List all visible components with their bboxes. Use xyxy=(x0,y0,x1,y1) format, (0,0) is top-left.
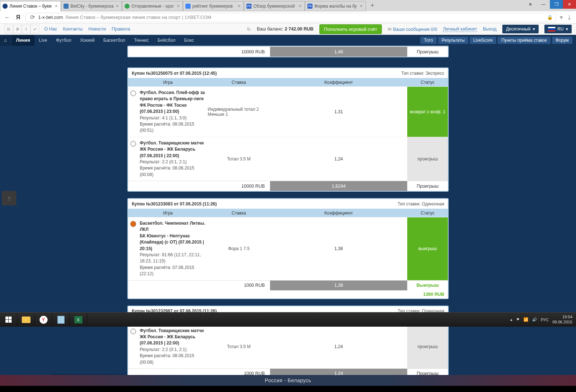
fb-icon[interactable]: f xyxy=(22,25,30,33)
taskbar-calc[interactable] xyxy=(52,313,70,327)
tab-3[interactable]: рейтинг букмекеров× xyxy=(183,1,244,11)
nav-hockey[interactable]: Хоккей xyxy=(76,35,99,46)
yandex-button[interactable]: Я xyxy=(15,14,22,21)
close-icon[interactable]: × xyxy=(54,4,58,8)
tab-1[interactable]: BetCity - букмекерска× xyxy=(61,1,122,11)
link-news[interactable]: Новости xyxy=(88,26,106,32)
taskbar-excel[interactable]: X xyxy=(70,313,87,327)
deposit-button[interactable]: Пополнить игровой счёт xyxy=(319,24,382,34)
tray-clock[interactable]: 19:5408.06.2015 xyxy=(552,315,572,324)
tray-sound-icon[interactable]: 🔊 xyxy=(532,317,537,322)
bet-coef: 1,24 xyxy=(270,325,408,368)
col-game: Игра xyxy=(128,209,208,217)
url-domain: 1-x-bet.com xyxy=(38,15,63,20)
bet-status: проигрыш xyxy=(407,325,448,368)
tab-2[interactable]: Отправленные - spor× xyxy=(122,1,183,11)
maximize-button[interactable]: ❐ xyxy=(550,0,563,9)
flag-icon xyxy=(548,27,555,32)
tab-0[interactable]: Линия Ставок – букм× xyxy=(0,1,61,11)
nav-box[interactable]: Бокс xyxy=(180,35,199,46)
link-about[interactable]: О Нас xyxy=(44,26,57,32)
page-body: 10000 RUB1,46ПроигрышКупон №301250075 от… xyxy=(0,46,576,386)
start-button[interactable] xyxy=(0,313,17,327)
close-button[interactable]: ✕ xyxy=(563,0,576,9)
close-icon[interactable]: × xyxy=(298,4,302,8)
nav-livescore[interactable]: LiveScore xyxy=(470,37,496,44)
summary-coef: 1,46 xyxy=(270,47,408,57)
download-icon[interactable]: ⭳ xyxy=(567,14,572,21)
vk-icon[interactable]: B xyxy=(4,25,13,33)
bet-coef: 1,31 xyxy=(270,87,408,137)
taskbar-explorer[interactable] xyxy=(17,313,35,327)
tray-flag-icon[interactable]: ⚑ xyxy=(516,317,520,322)
ticket: Купон №301250075 от 07.06.2015 (12:45)Ти… xyxy=(127,68,449,192)
language-select[interactable]: RU▾ xyxy=(544,25,572,33)
summary-status: Выигрыш xyxy=(407,281,448,290)
ticket-header: Купон №301233083 от 07.06.2015 (11:26) xyxy=(132,201,217,207)
nav-toto[interactable]: Тото xyxy=(420,37,437,44)
ticket-type: Тип ставки: Экспресс xyxy=(401,71,444,76)
url-title: Линия Ставок – букмекерская линия ставок… xyxy=(65,15,211,20)
odds-format-select[interactable]: Десятичный▾ xyxy=(502,25,539,33)
messages-link[interactable]: ✉ Ваши сообщения 0/0 xyxy=(388,26,437,32)
col-coef: Коэффициент xyxy=(270,78,408,86)
ticket-header: Купон №301250075 от 07.06.2015 (12:45) xyxy=(132,71,217,76)
bet-status: возврат с коэф. 1 xyxy=(407,87,448,137)
col-status: Статус xyxy=(407,209,448,217)
tray-network-icon[interactable]: 📶 xyxy=(523,317,528,322)
match-banner: Россия - Беларусь xyxy=(0,375,576,386)
tab-4[interactable]: РБОбзор букмекерской× xyxy=(244,1,305,11)
tray-lang[interactable]: РУС xyxy=(541,318,549,322)
link-contacts[interactable]: Контакты xyxy=(63,26,82,32)
nav-results[interactable]: Результаты xyxy=(438,37,468,44)
close-icon[interactable]: × xyxy=(237,4,241,8)
new-tab-button[interactable]: + xyxy=(368,1,377,10)
balance-text: Ваш баланс: 2 742.00 RUB xyxy=(257,26,313,32)
col-bet: Ставка xyxy=(208,209,270,217)
link-rules[interactable]: Правила xyxy=(112,26,130,32)
reload-icon[interactable]: ⟳ xyxy=(29,14,36,21)
tab-5[interactable]: РБФорма жалобы на бу× xyxy=(305,1,366,11)
bet-coef: 1,38 xyxy=(270,217,408,280)
sport-icon xyxy=(128,217,138,280)
nav-forum[interactable]: Форум xyxy=(552,37,572,44)
sport-icon xyxy=(128,325,138,368)
top-links: О Нас Контакты Новости Правила xyxy=(44,26,130,32)
chevron-down-icon: ▾ xyxy=(533,26,535,32)
taskbar-yandex[interactable]: Y xyxy=(35,313,52,327)
ok-icon[interactable]: ✵ xyxy=(13,25,22,33)
nav-line[interactable]: Линия xyxy=(12,35,34,46)
taskbar: Y X ▴ ⚑ 📶 🔊 РУС 19:5408.06.2015 xyxy=(0,312,576,327)
close-icon[interactable]: × xyxy=(115,4,119,8)
nav-points[interactable]: Пункты приёма ставок xyxy=(498,37,550,44)
refresh-icon[interactable]: ↻ xyxy=(247,26,251,32)
back-button[interactable]: ← xyxy=(4,14,11,21)
site-topbar: B ✵ f ✔ О Нас Контакты Новости Правила ↻… xyxy=(0,24,576,35)
nav-baseball[interactable]: Бейсбол xyxy=(153,35,180,46)
bookmark-icon[interactable]: ▾ xyxy=(560,13,563,21)
minimize-button[interactable]: — xyxy=(537,0,550,9)
col-game: Игра xyxy=(128,78,208,86)
bet-row: Баскетбол. Чемпионат Литвы. ЛКЛБК Ювенту… xyxy=(128,217,448,280)
tw-icon[interactable]: ✔ xyxy=(30,25,39,33)
menu-icon[interactable]: ≡ xyxy=(524,0,537,9)
nav-tennis[interactable]: Теннис xyxy=(130,35,153,46)
scroll-up-button[interactable]: ↑ xyxy=(2,191,16,205)
sport-icon xyxy=(128,87,138,137)
tray-up-icon[interactable]: ▴ xyxy=(510,317,512,322)
logout-link[interactable]: Выход xyxy=(483,26,497,32)
cabinet-link[interactable]: Личный кабинет xyxy=(443,26,477,32)
lock-icon: 🔒 xyxy=(547,15,553,20)
close-icon[interactable]: × xyxy=(359,4,363,8)
browser-tabbar: Линия Ставок – букм× BetCity - букмекерс… xyxy=(0,0,576,11)
url-input[interactable]: ⟳ 1-x-bet.com Линия Ставок – букмекерска… xyxy=(25,13,556,22)
summary-coef: 1,38 xyxy=(270,281,408,290)
nav-basketball[interactable]: Баскетбол xyxy=(99,35,130,46)
close-icon[interactable]: × xyxy=(176,4,180,8)
nav-live[interactable]: Live xyxy=(34,35,52,46)
nav-football[interactable]: Футбол xyxy=(52,35,76,46)
bet-game: Футбол. Товарищеские матчиЖК Россия - ЖК… xyxy=(138,325,208,368)
sport-icon xyxy=(128,137,138,181)
summary-amount: 10000 RUB xyxy=(128,181,270,191)
home-icon[interactable]: ⌂ xyxy=(0,35,11,46)
